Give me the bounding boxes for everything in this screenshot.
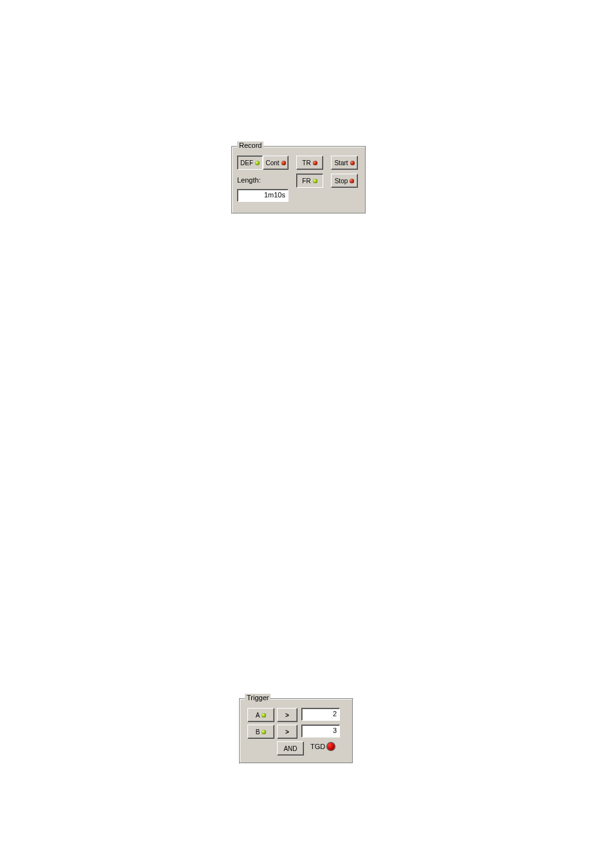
led-green-icon (262, 730, 266, 734)
trigger-b-value-input[interactable]: 3 (301, 725, 340, 737)
led-red-icon (350, 179, 354, 183)
led-green-icon (255, 161, 260, 165)
fr-button-label: FR (302, 177, 310, 185)
trigger-a-button[interactable]: A (247, 708, 274, 722)
trigger-b-op-button[interactable]: > (277, 725, 298, 739)
length-input[interactable]: 1m10s (237, 189, 289, 202)
start-button-label: Start (334, 159, 348, 167)
length-label: Length: (237, 176, 261, 184)
tgd-indicator: TGD (310, 743, 335, 750)
fr-button[interactable]: FR (296, 174, 323, 188)
led-red-icon (350, 161, 355, 165)
trigger-logic-label: AND (283, 745, 297, 752)
led-green-icon (313, 179, 317, 183)
record-legend: Record (237, 141, 263, 149)
def-button[interactable]: DEF (237, 156, 263, 170)
tr-button[interactable]: TR (296, 156, 323, 170)
trigger-b-op-label: > (285, 728, 289, 736)
tgd-led-icon (327, 743, 335, 750)
cont-button-label: Cont (265, 159, 279, 167)
led-green-icon (262, 713, 266, 718)
cont-button[interactable]: Cont (263, 156, 289, 170)
record-groupbox: Record DEF Cont TR Start Length: FR Stop… (231, 146, 366, 214)
def-button-label: DEF (240, 159, 253, 167)
stop-button-label: Stop (335, 177, 348, 185)
led-red-icon (281, 161, 286, 165)
tr-button-label: TR (302, 159, 310, 167)
trigger-a-value-input[interactable]: 2 (301, 708, 340, 721)
trigger-b-button[interactable]: B (247, 725, 274, 739)
stop-button[interactable]: Stop (331, 174, 358, 188)
trigger-a-op-label: > (285, 712, 289, 719)
trigger-b-label: B (256, 728, 260, 736)
trigger-a-op-button[interactable]: > (277, 708, 298, 722)
trigger-legend: Trigger (245, 694, 271, 701)
tgd-label: TGD (310, 743, 325, 750)
start-button[interactable]: Start (331, 156, 358, 170)
led-red-icon (313, 161, 317, 165)
trigger-a-label: A (256, 712, 260, 719)
trigger-groupbox: Trigger A > 2 B > 3 AND TGD (239, 698, 353, 764)
trigger-logic-button[interactable]: AND (277, 741, 304, 755)
